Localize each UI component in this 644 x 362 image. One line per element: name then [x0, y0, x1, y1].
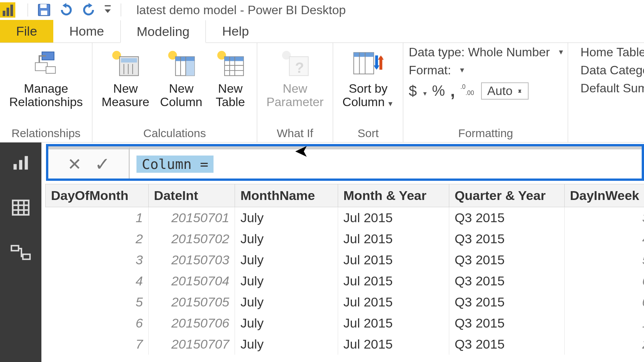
cell[interactable]: Jul 2015: [338, 313, 449, 334]
column-header[interactable]: Month & Year: [338, 184, 449, 207]
comma-button[interactable]: ,: [450, 81, 455, 100]
default-summarization-dropdown[interactable]: Default Sum: [580, 81, 644, 95]
formula-text: Column =: [136, 156, 214, 173]
home-table-dropdown[interactable]: Home Table:: [580, 45, 644, 59]
cell[interactable]: Q3 2015: [449, 228, 564, 249]
report-view-icon[interactable]: [9, 151, 32, 174]
cell[interactable]: Q3 2015: [449, 334, 564, 355]
tab-file[interactable]: File: [0, 20, 53, 43]
table-row[interactable]: 620150706JulyJul 2015Q3 20151Mo: [46, 313, 644, 334]
cell[interactable]: Jul 2015: [338, 270, 449, 292]
cell[interactable]: Q3 2015: [449, 313, 564, 334]
cancel-formula-icon[interactable]: ✕: [67, 154, 82, 174]
cell[interactable]: 5: [46, 292, 149, 313]
cell[interactable]: 5: [564, 249, 644, 270]
svg-rect-35: [13, 164, 16, 170]
cell[interactable]: July: [235, 249, 338, 270]
column-header[interactable]: MonthName: [235, 184, 338, 207]
cell[interactable]: Jul 2015: [338, 228, 449, 249]
data-view-icon[interactable]: [9, 196, 32, 219]
cell[interactable]: July: [235, 334, 338, 355]
cell[interactable]: 1: [564, 313, 644, 334]
cell[interactable]: 20150706: [148, 313, 235, 334]
cell[interactable]: 4: [46, 270, 149, 292]
cell[interactable]: Q3 2015: [449, 270, 564, 292]
cell[interactable]: July: [235, 207, 338, 229]
cell[interactable]: 6: [564, 270, 644, 292]
table-row[interactable]: 520150705JulyJul 2015Q3 20150Sun: [46, 292, 644, 313]
tab-modeling[interactable]: Modeling: [120, 20, 206, 43]
table-row[interactable]: 120150701JulyJul 2015Q3 20153We: [46, 207, 644, 229]
new-column-button[interactable]: New Column: [156, 45, 206, 109]
cell[interactable]: Jul 2015: [338, 334, 449, 355]
table-row[interactable]: 720150707JulyJul 2015Q3 20152Tue: [46, 334, 644, 355]
data-grid: DayOfMonth DateInt MonthName Month & Yea…: [45, 184, 644, 362]
cell[interactable]: 0: [564, 292, 644, 313]
tab-help[interactable]: Help: [206, 20, 265, 43]
undo-icon[interactable]: [59, 2, 74, 18]
new-table-button[interactable]: New Table: [209, 45, 251, 109]
cell[interactable]: 20150705: [148, 292, 235, 313]
formula-input[interactable]: Column =: [130, 146, 642, 179]
datatype-dropdown[interactable]: Data type: Whole Number ▼: [409, 45, 564, 59]
data-category-dropdown[interactable]: Data Catego: [580, 63, 644, 77]
commit-formula-icon[interactable]: ✓: [95, 153, 110, 175]
group-label-sort: Sort: [338, 125, 398, 142]
column-header[interactable]: DayInWeek: [564, 184, 644, 207]
cell[interactable]: Jul 2015: [338, 249, 449, 270]
format-dropdown[interactable]: Format: ▼: [409, 63, 564, 77]
cell[interactable]: 2: [46, 228, 149, 249]
cell[interactable]: Q3 2015: [449, 249, 564, 270]
cell[interactable]: 3: [46, 249, 149, 270]
ribbon-group-whatif: ? New Parameter What If: [257, 43, 333, 142]
auto-label: Auto: [487, 84, 513, 98]
cell[interactable]: 4: [564, 228, 644, 249]
sort-by-column-button[interactable]: Sort by Column▼: [338, 45, 398, 109]
manage-relationships-button[interactable]: Manage Relationships: [5, 45, 87, 109]
cell[interactable]: Q3 2015: [449, 292, 564, 313]
qat-customize-icon[interactable]: [103, 2, 112, 18]
ribbon-group-relationships: Manage Relationships Relationships: [0, 43, 92, 142]
new-column-icon: [167, 48, 196, 80]
cell[interactable]: Jul 2015: [338, 207, 449, 229]
save-icon[interactable]: [36, 2, 52, 18]
cell[interactable]: 3: [564, 207, 644, 229]
redo-icon[interactable]: [81, 2, 96, 18]
divider: [121, 3, 121, 16]
column-header[interactable]: DateInt: [148, 184, 235, 207]
group-label-properties: [573, 125, 644, 142]
svg-rect-44: [23, 254, 30, 259]
tab-home[interactable]: Home: [53, 20, 120, 43]
table-row[interactable]: 420150704JulyJul 2015Q3 20156Sat: [46, 270, 644, 292]
table-row[interactable]: 320150703JulyJul 2015Q3 20155Fric: [46, 249, 644, 270]
cell[interactable]: July: [235, 292, 338, 313]
cell[interactable]: 2: [564, 334, 644, 355]
cell[interactable]: 1: [46, 207, 149, 229]
svg-rect-37: [25, 156, 28, 169]
cell[interactable]: 7: [46, 334, 149, 355]
cell[interactable]: July: [235, 270, 338, 292]
column-header[interactable]: DayOfMonth: [46, 184, 149, 207]
column-header[interactable]: Quarter & Year: [449, 184, 564, 207]
decimals-auto-stepper[interactable]: Auto ▲▼: [481, 82, 529, 100]
percent-button[interactable]: %: [432, 83, 445, 99]
view-sidebar: [0, 143, 41, 362]
cell[interactable]: July: [235, 228, 338, 249]
new-measure-button[interactable]: New Measure: [98, 45, 153, 109]
table-row[interactable]: 220150702JulyJul 2015Q3 20154Thu: [46, 228, 644, 249]
currency-button[interactable]: $ ▾: [409, 83, 427, 99]
model-view-icon[interactable]: [9, 241, 32, 264]
new-parameter-icon: ?: [281, 48, 310, 80]
cell[interactable]: Jul 2015: [338, 292, 449, 313]
cell[interactable]: 20150701: [148, 207, 235, 229]
cell[interactable]: 20150707: [148, 334, 235, 355]
cell[interactable]: 20150702: [148, 228, 235, 249]
chevron-down-icon: ▾: [423, 90, 427, 97]
cell[interactable]: July: [235, 313, 338, 334]
cell[interactable]: 20150703: [148, 249, 235, 270]
cell[interactable]: Q3 2015: [449, 207, 564, 229]
cell[interactable]: 6: [46, 313, 149, 334]
svg-rect-21: [225, 57, 243, 61]
cell[interactable]: 20150704: [148, 270, 235, 292]
decimal-icon[interactable]: .0.00: [460, 82, 476, 99]
